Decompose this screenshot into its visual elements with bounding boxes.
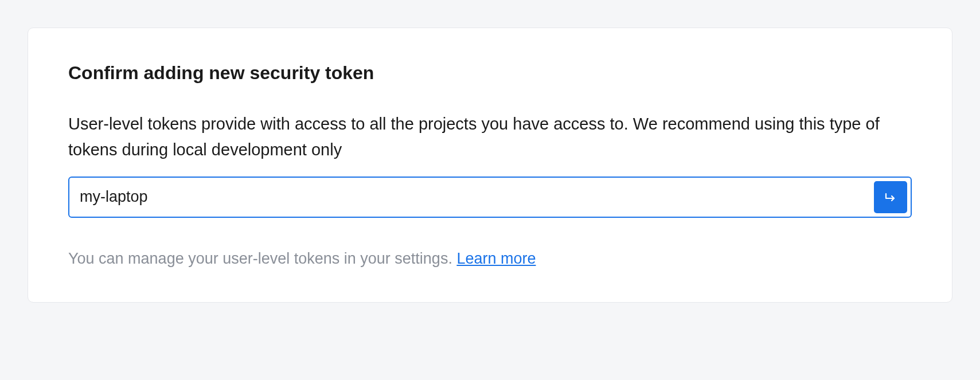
footer-text-label: You can manage your user-level tokens in… <box>68 250 456 267</box>
learn-more-link[interactable]: Learn more <box>456 250 536 267</box>
card-title: Confirm adding new security token <box>68 62 912 84</box>
footer-text: You can manage your user-level tokens in… <box>68 250 912 268</box>
enter-arrow-icon <box>884 190 897 204</box>
token-name-input[interactable] <box>73 181 870 213</box>
confirm-token-card: Confirm adding new security token User-l… <box>28 28 952 303</box>
submit-token-button[interactable] <box>874 181 907 213</box>
token-input-row <box>68 177 912 218</box>
card-description: User-level tokens provide with access to… <box>68 111 912 163</box>
